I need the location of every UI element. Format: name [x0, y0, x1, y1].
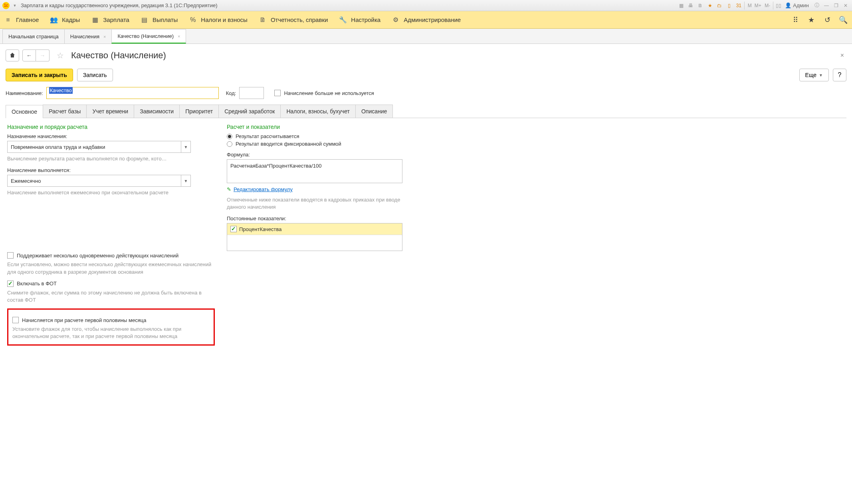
- main-menu: ≡Главное 👥Кадры ▦Зарплата ▤Выплаты %Нало…: [0, 11, 852, 29]
- window-title: Зарплата и кадры государственного учрежд…: [21, 2, 677, 8]
- chevron-down-icon[interactable]: ▼: [181, 175, 191, 187]
- purpose-select[interactable]: Повременная оплата труда и надбавки ▼: [7, 141, 191, 153]
- doc-icon[interactable]: 🗎: [696, 2, 704, 10]
- code-input[interactable]: [239, 87, 264, 99]
- info-icon[interactable]: ⓘ: [813, 2, 821, 10]
- formula-value: РасчетнаяБаза*ПроцентКачества/100: [230, 163, 321, 169]
- menu-zarplata[interactable]: ▦Зарплата: [91, 16, 129, 24]
- caret-icon: ▼: [819, 73, 823, 77]
- name-value: Качество: [49, 87, 73, 94]
- search-icon[interactable]: 🔍: [838, 15, 848, 25]
- save-button[interactable]: Записать: [77, 69, 113, 81]
- menu-label: Зарплата: [103, 16, 129, 23]
- not-used-checkbox[interactable]: [274, 90, 281, 96]
- code-label: Код:: [226, 90, 236, 96]
- menu-main[interactable]: ≡Главное: [4, 16, 39, 24]
- history-icon[interactable]: ↺: [822, 15, 832, 25]
- print-icon[interactable]: 🖶: [687, 2, 695, 10]
- right-column: Расчет и показатели Результат рассчитыва…: [227, 124, 402, 346]
- close-icon[interactable]: ×: [103, 34, 106, 39]
- tab-kachestvo[interactable]: Качество (Начисление)×: [111, 29, 186, 43]
- chevron-down-icon[interactable]: ▼: [181, 141, 191, 153]
- name-label: Наименование:: [6, 90, 43, 96]
- subtab-nalogi[interactable]: Налоги, взносы, бухучет: [280, 105, 356, 118]
- subtab-prioritet[interactable]: Приоритет: [179, 105, 219, 118]
- menu-nalogi[interactable]: %Налоги и взносы: [189, 16, 248, 24]
- formula-input[interactable]: РасчетнаяБаза*ПроцентКачества/100: [227, 159, 402, 183]
- indicator-checkbox[interactable]: [230, 226, 237, 232]
- result-calculated-label: Результат рассчитывается: [236, 133, 299, 139]
- subtab-uchet-vremeni[interactable]: Учет времени: [86, 105, 134, 118]
- edit-formula-link[interactable]: Редактировать формулу: [234, 186, 293, 192]
- calc-mplus-icon[interactable]: M+: [754, 2, 762, 10]
- titlebar-right: ▦ 🖶 🗎 ★ 🗀 ▯ 31 M M+ M- ▯▯ 👤 Админ ⓘ — ❐ …: [677, 2, 850, 10]
- save-close-button[interactable]: Записать и закрыть: [6, 69, 73, 81]
- report-icon: 🗎: [259, 16, 267, 24]
- subtab-zavisimosti[interactable]: Зависимости: [134, 105, 180, 118]
- calc-mminus-icon[interactable]: M-: [763, 2, 771, 10]
- app-icon: 1c: [2, 2, 10, 9]
- more-button[interactable]: Еще▼: [799, 69, 829, 81]
- subtab-opisanie[interactable]: Описание: [355, 105, 393, 118]
- subtab-osnovnoe[interactable]: Основное: [6, 105, 43, 118]
- page-close-button[interactable]: ×: [840, 52, 844, 59]
- tab-nachislenia[interactable]: Начисления×: [64, 29, 112, 43]
- purpose-label: Назначение начисления:: [7, 133, 215, 139]
- table-icon: ▦: [91, 16, 99, 24]
- maximize-icon[interactable]: ❐: [832, 2, 840, 10]
- indicators-list: ПроцентКачества: [227, 223, 402, 251]
- multi-hint: Если установлено, можно ввести несколько…: [7, 261, 215, 275]
- panels-icon[interactable]: ▯▯: [773, 2, 781, 10]
- menu-admin[interactable]: ⚙Администрирование: [392, 16, 461, 24]
- arrow-left-icon: ←: [26, 52, 32, 59]
- subtab-raschet-bazy[interactable]: Расчет базы: [43, 105, 87, 118]
- menu-settings[interactable]: 🔧Настройка: [339, 16, 380, 24]
- section-purpose-title: Назначение и порядок расчета: [7, 124, 215, 130]
- section-calc-title: Расчет и показатели: [227, 124, 402, 130]
- user-badge[interactable]: 👤 Админ: [785, 2, 809, 8]
- result-fixed-radio[interactable]: [227, 141, 232, 147]
- close-icon[interactable]: ✕: [842, 2, 850, 10]
- minimize-icon[interactable]: —: [822, 2, 830, 10]
- favorite-icon[interactable]: ★: [806, 15, 816, 25]
- subtab-sredniy[interactable]: Средний заработок: [218, 105, 281, 118]
- back-button[interactable]: ←: [22, 49, 36, 61]
- result-fixed-label: Результат вводится фиксированной суммой: [236, 141, 341, 147]
- calc-m-icon[interactable]: M: [744, 2, 752, 10]
- radio-calc-row: Результат рассчитывается: [227, 133, 402, 139]
- result-calculated-radio[interactable]: [227, 134, 232, 139]
- apps-icon[interactable]: ⠿: [791, 15, 800, 25]
- percent-icon: %: [189, 16, 197, 24]
- people-icon: 👥: [50, 16, 58, 24]
- half-month-checkbox[interactable]: [12, 317, 19, 323]
- form-body: Назначение и порядок расчета Назначение …: [6, 118, 846, 351]
- fot-checkbox[interactable]: [7, 281, 14, 287]
- page-title: Качество (Начисление): [71, 50, 837, 61]
- tab-startpage[interactable]: Начальная страница: [2, 29, 65, 43]
- name-input[interactable]: Качество: [46, 87, 219, 99]
- indicator-item[interactable]: ПроцентКачества: [227, 223, 402, 235]
- menu-vyplaty[interactable]: ▤Выплаты: [141, 16, 178, 24]
- star-icon[interactable]: ★: [706, 2, 714, 10]
- close-icon[interactable]: ×: [178, 34, 180, 39]
- dropdown-icon[interactable]: ▼: [11, 2, 18, 9]
- folder-icon[interactable]: 🗀: [715, 2, 723, 10]
- favorite-toggle[interactable]: ☆: [55, 50, 65, 61]
- home-button[interactable]: [6, 49, 19, 61]
- menu-kadry[interactable]: 👥Кадры: [50, 16, 80, 24]
- bars-icon[interactable]: ▯: [725, 2, 733, 10]
- menu-icon: ≡: [4, 16, 12, 24]
- purpose-hint: Вычисление результата расчета выполняетс…: [7, 155, 215, 162]
- calendar-icon[interactable]: 31: [735, 2, 743, 10]
- content: ← → ☆ Качество (Начисление) × Записать и…: [0, 44, 852, 357]
- when-select[interactable]: Ежемесячно ▼: [7, 175, 191, 187]
- tab-label: Качество (Начисление): [117, 33, 174, 39]
- multi-checkbox[interactable]: [7, 252, 14, 259]
- grid-icon[interactable]: ▦: [677, 2, 685, 10]
- multi-row: Поддерживает несколько одновременно дейс…: [7, 252, 215, 259]
- help-button[interactable]: ?: [833, 69, 846, 81]
- menu-reports[interactable]: 🗎Отчетность, справки: [259, 16, 328, 24]
- toolbar: Записать и закрыть Записать Еще▼ ?: [6, 69, 846, 81]
- half-month-row: Начисляется при расчете первой половины …: [12, 317, 210, 323]
- pencil-icon: ✎: [227, 186, 231, 192]
